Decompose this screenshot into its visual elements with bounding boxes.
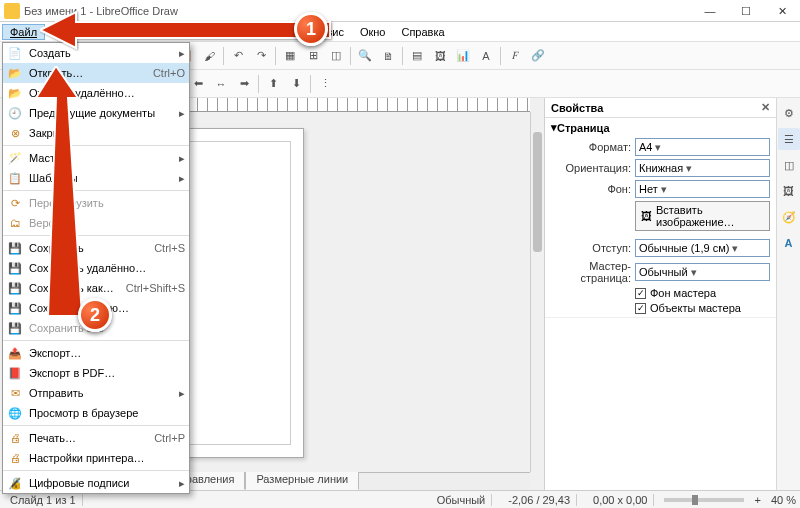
menu-bar: Файл Правка Вид Вставка Формат Фигура Се… (0, 22, 800, 42)
menu-item-export[interactable]: 📤Экспорт… (3, 343, 189, 363)
insert-image-button[interactable]: 🖼 Вставить изображение… (635, 201, 770, 231)
menu-item-label: Отправить (29, 387, 173, 399)
menu-window[interactable]: Окно (352, 24, 394, 40)
menu-item-label: Просмотр в браузере (29, 407, 185, 419)
save-copy-icon: 💾 (7, 300, 23, 316)
align-center-button[interactable]: ↔ (210, 73, 232, 95)
menu-item-label: Печать… (29, 432, 148, 444)
submenu-arrow-icon: ▸ (179, 477, 185, 490)
menu-item-label: Перезагрузить (29, 197, 185, 209)
sidebar-shapes-icon[interactable]: ◫ (778, 154, 800, 176)
menu-item-doc-new[interactable]: 📄Создать▸ (3, 43, 189, 63)
menu-shortcut: Ctrl+S (154, 242, 185, 254)
menu-item-open[interactable]: 📂Открыть…Ctrl+O (3, 63, 189, 83)
menu-item-label: Сохранить удалённо… (29, 262, 185, 274)
status-style: Обычный (431, 494, 493, 506)
clone-button[interactable]: 🖌 (198, 45, 220, 67)
menu-insert[interactable]: Вставка (134, 24, 191, 40)
vertical-scrollbar[interactable] (530, 112, 544, 472)
insert-table-button[interactable]: ▤ (406, 45, 428, 67)
menu-item-label: Закрыть (29, 127, 185, 139)
menu-format[interactable]: Формат (191, 24, 246, 40)
menu-item-save-as[interactable]: 💾Сохранить как…Ctrl+Shift+S (3, 278, 189, 298)
menu-item-open-remote[interactable]: 📂Открыть удалённо… (3, 83, 189, 103)
zoom-plus[interactable]: + (754, 494, 760, 506)
status-size: 0,00 x 0,00 (587, 494, 654, 506)
menu-item-recent[interactable]: 🕘Предыдущие документы▸ (3, 103, 189, 123)
send-icon: ✉ (7, 385, 23, 401)
zoom-button[interactable]: 🔍 (354, 45, 376, 67)
arrange-back-button[interactable]: ⬇ (285, 73, 307, 95)
menu-edit[interactable]: Правка (45, 24, 98, 40)
menu-item-template[interactable]: 📋Шаблоны▸ (3, 168, 189, 188)
insert-text-button[interactable]: A (475, 45, 497, 67)
undo-button[interactable]: ↶ (227, 45, 249, 67)
distribute-button[interactable]: ⋮ (314, 73, 336, 95)
align-left-button[interactable]: ⬅ (187, 73, 209, 95)
status-coords: -2,06 / 29,43 (502, 494, 577, 506)
submenu-arrow-icon: ▸ (179, 172, 185, 185)
master-bg-check[interactable]: ✓Фон мастера (635, 287, 770, 299)
minimize-button[interactable]: — (692, 0, 728, 22)
hyperlink-button[interactable]: 🔗 (527, 45, 549, 67)
insert-image-button[interactable]: 🖼 (429, 45, 451, 67)
helplines-button[interactable]: ◫ (325, 45, 347, 67)
printer-icon: 🖨 (7, 450, 23, 466)
menu-help[interactable]: Справка (393, 24, 452, 40)
menu-item-printer[interactable]: 🖨Настройки принтера… (3, 448, 189, 468)
sidebar-styles-icon[interactable]: A (778, 232, 800, 254)
menu-shape[interactable]: Фигура (246, 24, 298, 40)
menu-item-wizard[interactable]: 🪄Мастер▸ (3, 148, 189, 168)
export-pdf-icon: 📕 (7, 365, 23, 381)
insert-chart-button[interactable]: 📊 (452, 45, 474, 67)
menu-view[interactable]: Вид (98, 24, 134, 40)
format-field[interactable]: A4▾ (635, 138, 770, 156)
sign-icon: 🔏 (7, 475, 23, 491)
background-field[interactable]: Нет▾ (635, 180, 770, 198)
master-field[interactable]: Обычный▾ (635, 263, 770, 281)
window-title: Без имени 1 - LibreOffice Draw (24, 5, 692, 17)
sidebar-gallery-icon[interactable]: 🖼 (778, 180, 800, 202)
recent-icon: 🕘 (7, 105, 23, 121)
snap-button[interactable]: ⊞ (302, 45, 324, 67)
sidebar-close-icon[interactable]: ✕ (761, 101, 770, 114)
menu-item-preview[interactable]: 🌐Просмотр в браузере (3, 403, 189, 423)
close-button[interactable]: ✕ (764, 0, 800, 22)
menu-item-print[interactable]: 🖨Печать…Ctrl+P (3, 428, 189, 448)
zoom-value[interactable]: 40 % (771, 494, 796, 506)
app-icon (4, 3, 20, 19)
menu-item-export-pdf[interactable]: 📕Экспорт в PDF… (3, 363, 189, 383)
title-bar: Без имени 1 - LibreOffice Draw — ☐ ✕ (0, 0, 800, 22)
submenu-arrow-icon: ▸ (179, 107, 185, 120)
redo-button[interactable]: ↷ (250, 45, 272, 67)
menu-item-save[interactable]: 💾СохранитьCtrl+S (3, 238, 189, 258)
fontwork-button[interactable]: 𝐹 (504, 45, 526, 67)
callout-1: 1 (294, 12, 328, 46)
sidebar-navigator-icon[interactable]: 🧭 (778, 206, 800, 228)
orientation-field[interactable]: Книжная▾ (635, 159, 770, 177)
menu-file[interactable]: Файл (2, 24, 45, 40)
menu-item-send[interactable]: ✉Отправить▸ (3, 383, 189, 403)
open-remote-icon: 📂 (7, 85, 23, 101)
template-icon: 📋 (7, 170, 23, 186)
zoom-slider[interactable] (664, 498, 744, 502)
menu-item-save-remote[interactable]: 💾Сохранить удалённо… (3, 258, 189, 278)
menu-item-label: Открыть… (29, 67, 147, 79)
menu-item-label: Экспорт в PDF… (29, 367, 185, 379)
align-right-button[interactable]: ➡ (233, 73, 255, 95)
maximize-button[interactable]: ☐ (728, 0, 764, 22)
sidebar-properties-icon[interactable]: ☰ (778, 128, 800, 150)
menu-item-sign[interactable]: 🔏Цифровые подписи▸ (3, 473, 189, 493)
save-remote-icon: 💾 (7, 260, 23, 276)
zoom-page-button[interactable]: 🗎 (377, 45, 399, 67)
sidebar-settings-icon[interactable]: ⚙ (778, 102, 800, 124)
grid-button[interactable]: ▦ (279, 45, 301, 67)
versions-icon: 🗂 (7, 215, 23, 231)
tab-dims[interactable]: Размерные линии (245, 472, 359, 490)
margin-field[interactable]: Обычные (1,9 см)▾ (635, 239, 770, 257)
master-obj-check[interactable]: ✓Объекты мастера (635, 302, 770, 314)
arrange-front-button[interactable]: ⬆ (262, 73, 284, 95)
menu-item-close[interactable]: ⊗Закрыть (3, 123, 189, 143)
save-as-icon: 💾 (7, 280, 23, 296)
section-page[interactable]: ▾ Страница (551, 121, 770, 134)
